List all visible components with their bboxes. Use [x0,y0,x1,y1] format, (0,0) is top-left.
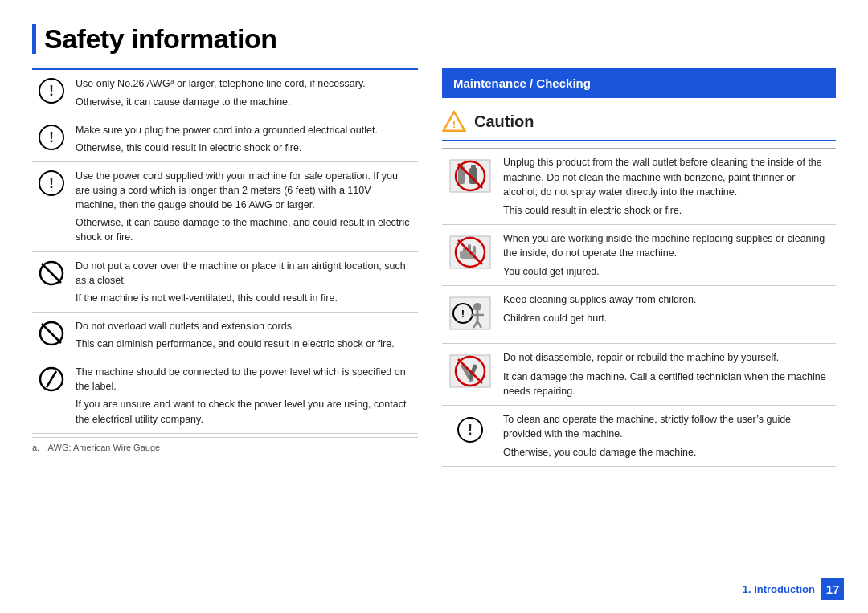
row-text: Use the power cord supplied with your ma… [71,161,418,251]
row-text: Do not put a cover over the machine or p… [71,251,418,312]
svg-text:!: ! [452,119,456,131]
svg-rect-22 [450,297,490,329]
alert-icon: ! [39,78,64,104]
caution-triangle-icon: ! [442,109,466,133]
svg-line-3 [42,324,61,343]
no-icon [39,260,64,286]
table-row: Unplug this product from the wall outlet… [442,149,836,225]
alert-child-icon: ! [447,294,493,333]
row-text: Use only No.26 AWGᵃ or larger, telephone… [71,70,418,116]
alert-icon: ! [39,125,64,150]
icon-cell [32,251,71,312]
slash-icon [39,366,64,392]
table-row: ! Make sure you plug the power cord into… [32,116,418,161]
right-section: Maintenance / Checking ! Caution [442,68,836,467]
table-row: Do not put a cover over the machine or p… [32,251,418,312]
footnote: a. AWG: American Wire Gauge [32,437,418,452]
section-header: Maintenance / Checking [442,68,836,98]
icon-cell [442,149,498,225]
icon-cell: ! [32,116,71,161]
row-text: To clean and operate the machine, strict… [498,405,836,466]
table-row: The machine should be connected to the p… [32,358,418,434]
row-text: Do not disassemble, repair or rebuild th… [498,344,836,405]
svg-line-1 [42,264,61,283]
no-tools-icon [447,352,493,390]
icon-cell [442,344,498,405]
table-row: ! Keep cleaning supplies away from child… [442,286,836,344]
table-row: When you are working inside the machine … [442,224,836,285]
row-text: Unplug this product from the wall outlet… [498,149,836,225]
table-row: Do not overload wall outlets and extensi… [32,312,418,358]
footer-text: 1. Introduction [743,583,815,595]
svg-point-25 [473,303,481,311]
table-row: Do not disassemble, repair or rebuild th… [442,344,836,405]
icon-cell: ! [32,161,71,251]
no-icon [39,321,64,346]
caution-header: ! Caution [442,109,836,141]
row-text: When you are working inside the machine … [498,224,836,285]
icon-cell: ! [442,286,498,344]
icon-cell [32,312,71,358]
row-text: Do not overload wall outlets and extensi… [71,312,418,358]
page-title: Safety information [32,24,836,54]
icon-cell: ! [442,405,498,466]
table-row: ! Use only No.26 AWGᵃ or larger, telepho… [32,70,418,116]
icon-cell: ! [32,70,71,116]
svg-rect-12 [471,165,476,169]
page-footer: 1. Introduction 17 [743,578,844,600]
row-text: Make sure you plug the power cord into a… [71,116,418,161]
svg-line-5 [47,371,56,387]
footer-page-number: 17 [821,578,844,600]
no-hand-icon [447,233,493,272]
row-text: The machine should be connected to the p… [71,358,418,434]
alert-icon: ! [457,417,483,443]
icon-cell [442,224,498,285]
no-bottles-icon [447,157,493,195]
table-row: ! To clean and operate the machine, stri… [442,405,836,466]
left-section: ! Use only No.26 AWGᵃ or larger, telepho… [32,68,418,452]
svg-text:!: ! [461,308,465,320]
table-row: ! Use the power cord supplied with your … [32,161,418,251]
row-text: Keep cleaning supplies away from childre… [498,286,836,344]
icon-cell [32,358,71,434]
alert-icon: ! [39,170,64,196]
